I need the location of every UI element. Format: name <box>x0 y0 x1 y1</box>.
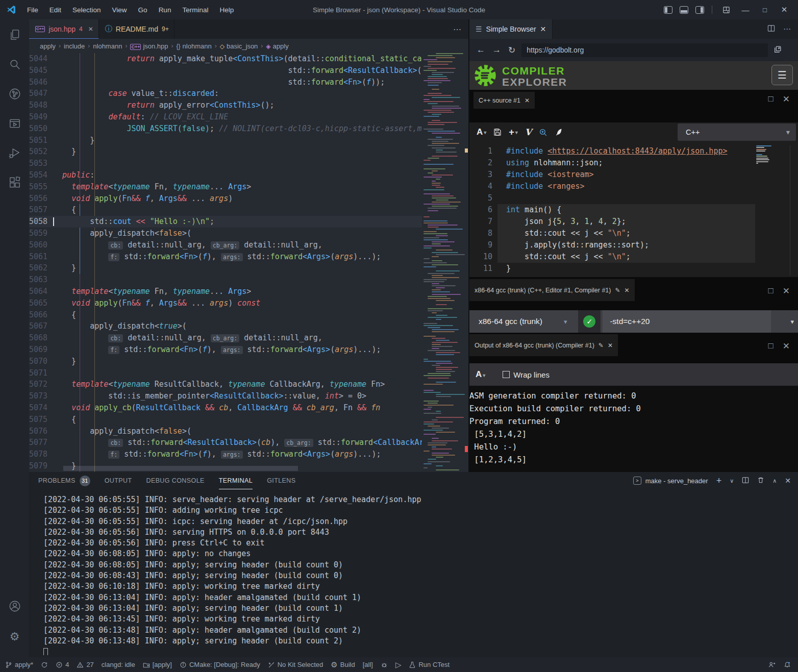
close-icon[interactable]: ✕ <box>540 25 546 33</box>
activity-search-icon[interactable] <box>0 53 29 78</box>
status-cmake[interactable]: [apply] <box>143 661 172 668</box>
status-all[interactable]: [all] <box>363 661 373 668</box>
compiler-select[interactable]: x86-64 gcc (trunk) <box>479 317 542 326</box>
compiler-pane-tab[interactable]: x86-64 gcc (trunk) (C++, Editor #1, Comp… <box>469 279 635 301</box>
language-select[interactable]: C++ ▾ <box>678 123 796 141</box>
status-git-branch[interactable]: apply* <box>5 661 33 668</box>
add-pane-icon[interactable]: +▾ <box>509 127 518 138</box>
menu-help[interactable]: Help <box>214 4 239 16</box>
close-icon[interactable]: ✕ <box>525 97 530 104</box>
terminal-instance[interactable]: > make - serve_header <box>633 477 708 485</box>
back-icon[interactable]: ← <box>477 45 485 55</box>
maximize-pane-icon[interactable]: □ <box>768 94 773 105</box>
code-token[interactable]: <https://localhost:8443/apply/json.hpp> <box>547 146 727 156</box>
close-panel-icon[interactable]: ✕ <box>785 477 791 485</box>
close-pane-icon[interactable]: ✕ <box>783 286 790 296</box>
split-terminal-icon[interactable] <box>742 477 749 485</box>
godbolt-minimap[interactable] <box>755 145 779 207</box>
edit-pencil-icon[interactable]: ✎ <box>615 287 620 294</box>
quill-icon[interactable] <box>555 128 563 136</box>
status-play[interactable]: ▷ <box>395 660 402 669</box>
new-terminal-icon[interactable]: + <box>716 476 722 486</box>
activity-explorer-icon[interactable] <box>0 23 29 48</box>
maximize-panel-icon[interactable]: ∧ <box>772 478 777 484</box>
maximize-pane-icon[interactable]: □ <box>768 286 773 296</box>
menu-file[interactable]: File <box>21 4 44 16</box>
chevron-down-icon[interactable]: ▾ <box>790 318 794 326</box>
menu-edit[interactable]: Edit <box>44 4 67 16</box>
status-info-circle[interactable]: CMake: [Debug]: Ready <box>180 661 260 668</box>
breadcrumb-item[interactable]: ◇basic_json <box>220 42 258 50</box>
panel-tab-debug-console[interactable]: DEBUG CONSOLE <box>146 472 204 489</box>
chevron-down-icon[interactable]: ∨ <box>730 478 734 484</box>
split-editor-icon[interactable] <box>767 24 775 34</box>
source-pane-tab[interactable]: C++ source #1 ✕ <box>473 92 535 109</box>
toggle-sidebar-icon[interactable] <box>664 6 672 14</box>
activity-account-icon[interactable] <box>0 595 29 619</box>
minimap[interactable] <box>422 53 466 472</box>
godbolt-source-editor[interactable]: A▾ +▾ V C++ ▾ <box>469 122 798 277</box>
activity-settings-icon[interactable]: ⚙ <box>0 625 29 649</box>
edit-pencil-icon[interactable]: ✎ <box>598 342 604 349</box>
zoom-search-icon[interactable] <box>539 128 547 137</box>
panel-tab-problems[interactable]: PROBLEMS31 <box>38 472 90 489</box>
panel-tab-terminal[interactable]: TERMINAL <box>219 472 253 489</box>
close-icon[interactable]: ✕ <box>625 287 630 294</box>
minimize-button[interactable]: — <box>737 2 754 17</box>
menu-terminal[interactable]: Terminal <box>177 4 214 16</box>
activity-extensions-icon[interactable] <box>0 171 29 196</box>
maximize-pane-icon[interactable]: □ <box>768 341 773 352</box>
status-error[interactable]: 4 <box>56 661 69 668</box>
close-window-button[interactable]: ✕ <box>776 2 793 17</box>
activity-source-control-icon[interactable] <box>0 83 29 107</box>
more-editor-actions-icon[interactable]: ⋯ <box>446 19 468 39</box>
code-editor[interactable]: 5044 return apply_make_tuple<ConstThis>(… <box>29 53 422 472</box>
status-clangd-idle[interactable]: clangd: idle <box>102 661 135 668</box>
menu-go[interactable]: Go <box>133 4 153 16</box>
font-size-icon[interactable]: A▾ <box>477 127 486 137</box>
close-icon[interactable]: ✕ <box>88 26 93 33</box>
vim-mode-icon[interactable]: V <box>525 127 532 137</box>
status-tools[interactable]: No Kit Selected <box>268 661 323 668</box>
font-size-icon[interactable]: A▾ <box>476 369 485 380</box>
toggle-secondary-sidebar-icon[interactable] <box>695 6 704 14</box>
reload-icon[interactable]: ↻ <box>508 45 515 56</box>
forward-icon[interactable]: → <box>492 45 501 55</box>
tab-readme-md[interactable]: ⓘREADME.md9+ <box>99 19 174 39</box>
save-icon[interactable] <box>493 128 502 136</box>
close-pane-icon[interactable]: ✕ <box>783 94 790 105</box>
status-warning[interactable]: 27 <box>77 661 93 668</box>
kill-terminal-icon[interactable] <box>757 477 764 485</box>
menu-view[interactable]: View <box>107 4 133 16</box>
close-icon[interactable]: ✕ <box>608 342 613 349</box>
more-actions-icon[interactable]: ⋯ <box>783 24 791 34</box>
status-person[interactable] <box>768 661 776 668</box>
url-input[interactable]: https://godbolt.org <box>521 43 768 57</box>
terminal-output[interactable]: [2022-04-30 06:05:55] INFO: serve_header… <box>43 494 793 655</box>
panel-tab-output[interactable]: OUTPUT <box>105 472 132 489</box>
status-sync[interactable] <box>41 661 48 668</box>
tab-simple-browser[interactable]: ☰ Simple Browser ✕ <box>469 19 553 39</box>
breadcrumb-item[interactable]: {}nlohmann <box>177 42 212 50</box>
horizontal-scrollbar[interactable] <box>63 466 298 471</box>
output-pane-tab[interactable]: Output of x86-64 gcc (trunk) (Compiler #… <box>469 334 618 356</box>
hamburger-menu-icon[interactable]: ☰ <box>771 65 793 85</box>
open-external-icon[interactable] <box>774 45 782 56</box>
tab-json-hpp[interactable]: C++json.hpp4✕ <box>29 19 99 39</box>
godbolt-scrollbar[interactable] <box>790 145 790 276</box>
breadcrumb-item[interactable]: nlohmann <box>93 42 122 50</box>
panel-tab-gitlens[interactable]: GITLENS <box>267 472 295 489</box>
close-pane-icon[interactable]: ✕ <box>783 341 790 352</box>
breadcrumb-item[interactable]: include <box>64 42 85 50</box>
status-bug[interactable] <box>381 661 388 668</box>
compiler-options-input[interactable]: -std=c++20 <box>603 310 771 333</box>
status-gear[interactable]: ⚙Build <box>331 660 355 669</box>
maximize-button[interactable]: □ <box>756 2 774 17</box>
toggle-panel-icon[interactable] <box>680 6 688 14</box>
wrap-lines-checkbox[interactable]: Wrap lines <box>503 370 550 379</box>
menu-selection[interactable]: Selection <box>67 4 107 16</box>
activity-debug-icon[interactable] <box>0 142 29 166</box>
breadcrumb-item[interactable]: ◈apply <box>266 42 288 50</box>
activity-run-panel-icon[interactable] <box>0 112 29 137</box>
status-beaker[interactable]: Run CTest <box>409 661 450 668</box>
